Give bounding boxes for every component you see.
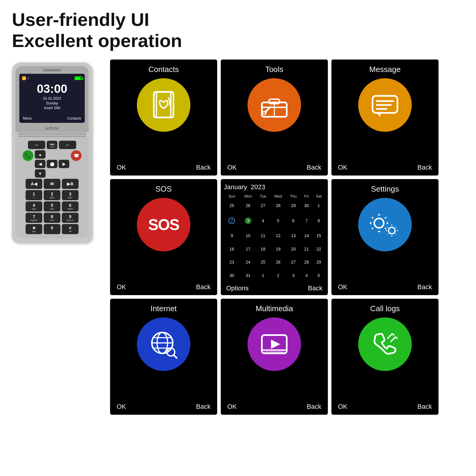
screen-message: Message OK Back	[331, 60, 439, 176]
screens-grid: Contacts OK Back Tools	[110, 60, 439, 415]
key-4[interactable]: 4GHI	[26, 201, 42, 212]
phone-speaker	[43, 69, 61, 71]
svg-marker-11	[376, 113, 380, 117]
key-9[interactable]: 9WXYZ	[62, 213, 79, 223]
key-center[interactable]: ⬤	[47, 160, 57, 168]
key-8[interactable]: 8TUV	[44, 213, 60, 223]
key-star[interactable]: ★FM	[26, 224, 42, 234]
settings-back[interactable]: Back	[417, 283, 432, 291]
screen-day: Sunday	[46, 101, 58, 105]
screen-date: 01.01.2023	[43, 96, 61, 101]
key-right[interactable]: ▶	[59, 160, 69, 168]
phone-brand: artfone	[46, 126, 59, 131]
key-2[interactable]: 2ABC	[44, 190, 60, 200]
screen-calendar: January 2023 SunMonTueWedThuFriSat 25262…	[221, 179, 328, 295]
internet-icon	[137, 317, 190, 371]
message-title: Message	[369, 65, 401, 74]
sos-ok[interactable]: OK	[117, 283, 126, 291]
key-0[interactable]: 0.	[44, 224, 60, 234]
calendar-options[interactable]: Options	[226, 284, 249, 292]
screen-tools: Tools OK Back	[221, 60, 328, 176]
svg-line-30	[391, 337, 395, 342]
svg-line-28	[388, 334, 392, 338]
screen-time: 03:00	[37, 82, 67, 95]
svg-point-13	[377, 221, 381, 226]
settings-icon	[358, 198, 412, 251]
tools-title: Tools	[265, 65, 284, 74]
svg-marker-25	[271, 340, 280, 349]
internet-ok[interactable]: OK	[117, 403, 126, 411]
contacts-icon	[137, 78, 190, 132]
svg-line-22	[174, 355, 177, 358]
key-msg[interactable]: ✉	[44, 179, 60, 189]
tools-ok[interactable]: OK	[227, 164, 237, 171]
svg-rect-1	[156, 92, 171, 118]
screen-internet: Internet OK Back	[110, 299, 217, 415]
key-hash[interactable]: #✱	[62, 224, 79, 234]
multimedia-icon	[248, 317, 301, 371]
battery-icon	[75, 76, 82, 80]
settings-title: Settings	[371, 184, 399, 194]
keypad: — 📷 — 📞 ▲ ◀ ⬤ ▶ ▼	[20, 141, 84, 234]
softkey-left: Menu	[23, 116, 32, 120]
key-left-func[interactable]: —	[28, 141, 45, 149]
svg-marker-29	[392, 334, 394, 336]
key-7[interactable]: 7PQRS	[26, 213, 42, 223]
calendar-title: January 2023	[224, 183, 265, 191]
message-ok[interactable]: OK	[338, 164, 347, 171]
phone-screen: 📶 ♪ 03:00 01.01.2023 Sunday Insert SIM M…	[19, 74, 85, 123]
calllogs-ok[interactable]: OK	[338, 403, 347, 411]
phone: 📶 ♪ 03:00 01.01.2023 Sunday Insert SIM M…	[12, 62, 101, 243]
screen-calllogs: Call logs OK Back	[331, 299, 439, 415]
softkey-right: Contacts	[67, 116, 81, 120]
calllogs-back[interactable]: Back	[417, 403, 432, 411]
multimedia-back[interactable]: Back	[307, 403, 321, 411]
sos-title: SOS	[156, 184, 172, 194]
screen-contacts: Contacts OK Back	[110, 60, 217, 176]
tools-icon	[248, 78, 301, 132]
screen-multimedia: Multimedia OK Back	[221, 299, 328, 415]
key-right-func[interactable]: —	[59, 141, 76, 149]
multimedia-ok[interactable]: OK	[227, 403, 237, 411]
screen-sos: SOS SOS OK Back	[110, 179, 217, 295]
calendar-table: SunMonTueWedThuFriSat 2526272829301 2 3 …	[224, 193, 325, 282]
multimedia-title: Multimedia	[256, 304, 293, 313]
key-1[interactable]: 1∞	[26, 190, 42, 200]
internet-back[interactable]: Back	[196, 403, 211, 411]
svg-rect-27	[264, 351, 284, 353]
phone-hinge	[18, 133, 86, 137]
message-back[interactable]: Back	[417, 164, 432, 171]
sos-back[interactable]: Back	[196, 283, 211, 291]
sos-icon: SOS	[137, 198, 190, 251]
svg-marker-31	[395, 337, 397, 340]
contacts-back[interactable]: Back	[196, 164, 211, 171]
settings-ok[interactable]: OK	[338, 283, 347, 291]
key-b[interactable]: ▶B	[62, 179, 79, 189]
contacts-ok[interactable]: OK	[117, 164, 126, 171]
svg-point-15	[390, 229, 393, 232]
key-a[interactable]: A◀	[26, 179, 42, 189]
calllogs-icon	[358, 317, 412, 371]
key-call[interactable]: 📞	[23, 150, 33, 161]
key-6[interactable]: 6MNO	[62, 201, 79, 212]
contacts-title: Contacts	[148, 65, 179, 74]
page-title: User-friendly UI Excellent operation	[12, 9, 182, 51]
calllogs-title: Call logs	[370, 304, 400, 313]
key-camera[interactable]: 📷	[47, 141, 57, 149]
calendar-back[interactable]: Back	[308, 284, 322, 292]
screen-sim: Insert SIM	[44, 106, 60, 110]
key-3[interactable]: 3DEF	[62, 190, 79, 200]
key-down[interactable]: ▼	[35, 169, 46, 178]
message-icon	[358, 78, 412, 132]
status-icons: 📶 ♪	[22, 76, 29, 80]
key-left[interactable]: ◀	[35, 160, 46, 168]
key-up[interactable]: ▲	[35, 150, 46, 159]
tools-back[interactable]: Back	[307, 164, 321, 171]
screen-settings: Settings OK Back	[331, 179, 439, 295]
key-5[interactable]: 5JKL	[44, 201, 60, 212]
internet-title: Internet	[151, 304, 177, 313]
key-endcall[interactable]: ☎	[71, 150, 82, 161]
